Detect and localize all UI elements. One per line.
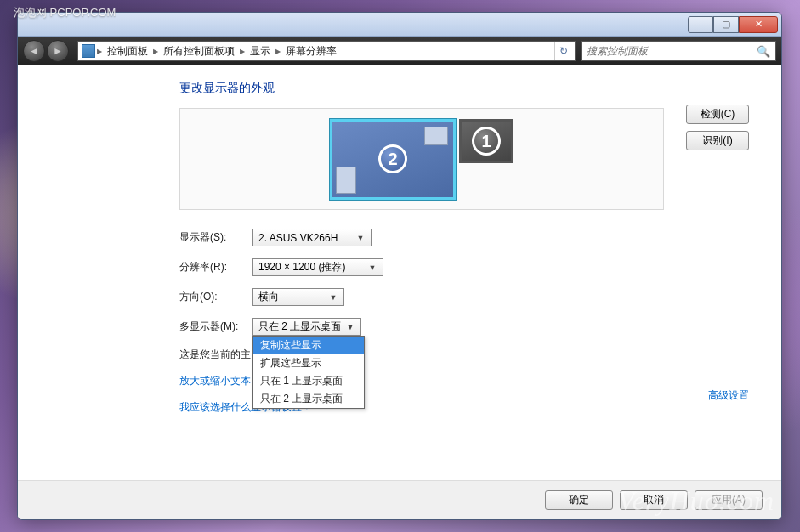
chevron-right-icon: ▶ — [275, 48, 281, 55]
maximize-button[interactable]: ▢ — [713, 16, 739, 33]
resolution-select[interactable]: 1920 × 1200 (推荐) ▼ — [252, 258, 383, 276]
resolution-value: 1920 × 1200 (推荐) — [258, 260, 345, 274]
chevron-down-icon: ▼ — [366, 263, 379, 272]
search-icon[interactable]: 🔍 — [757, 45, 770, 58]
orientation-select[interactable]: 横向 ▼ — [252, 288, 344, 306]
multidisplay-row: 多显示器(M): 只在 2 上显示桌面 ▼ 复制这些显示 扩展这些显示 只在 1… — [179, 318, 749, 336]
resolution-row: 分辨率(R): 1920 × 1200 (推荐) ▼ — [179, 258, 749, 276]
button-bar: 确定 取消 应用(A) — [18, 480, 781, 519]
refresh-button[interactable]: ↻ — [554, 42, 571, 60]
monitors-container: 2 1 — [330, 119, 513, 200]
breadcrumb-control-panel[interactable]: 控制面板 — [104, 44, 151, 59]
window-thumbnail-icon — [424, 127, 448, 145]
ok-button[interactable]: 确定 — [545, 490, 613, 510]
orientation-row: 方向(O): 横向 ▼ — [179, 288, 749, 306]
watermark-top: 泡泡网 PCPOP.COM — [14, 5, 116, 20]
display-row: 显示器(S): 2. ASUS VK266H ▼ — [179, 229, 749, 246]
chevron-right-icon: ▶ — [153, 48, 158, 55]
back-button[interactable]: ◄ — [23, 40, 45, 62]
chevron-right-icon: ▶ — [97, 48, 102, 55]
display-select[interactable]: 2. ASUS VK266H ▼ — [252, 229, 372, 246]
breadcrumb-all-items[interactable]: 所有控制面板项 — [160, 44, 238, 59]
breadcrumb-resolution[interactable]: 屏幕分辨率 — [282, 44, 340, 59]
dropdown-option-only-1[interactable]: 只在 1 上显示桌面 — [253, 372, 364, 390]
content-area: 更改显示器的外观 2 1 检测(C) 识别(I) 显示器(S): — [18, 65, 781, 480]
identify-button[interactable]: 识别(I) — [686, 131, 749, 150]
apply-button[interactable]: 应用(A) — [695, 490, 763, 510]
page-title: 更改显示器的外观 — [179, 81, 749, 96]
advanced-settings-link[interactable]: 高级设置 — [708, 388, 749, 403]
monitor-preview: 2 1 — [179, 108, 664, 210]
multidisplay-value: 只在 2 上显示桌面 — [258, 320, 341, 334]
dropdown-option-duplicate[interactable]: 复制这些显示 — [253, 337, 364, 354]
nav-arrows: ◄ ► — [23, 40, 69, 62]
display-label: 显示器(S): — [179, 230, 252, 245]
resolution-label: 分辨率(R): — [179, 260, 252, 274]
breadcrumb-display[interactable]: 显示 — [247, 44, 274, 59]
forward-button[interactable]: ► — [47, 40, 69, 62]
dropdown-option-only-2[interactable]: 只在 2 上显示桌面 — [253, 390, 364, 408]
display-value: 2. ASUS VK266H — [258, 232, 338, 244]
navbar: ◄ ► ▶ 控制面板 ▶ 所有控制面板项 ▶ 显示 ▶ 屏幕分辨率 ↻ 🔍 — [18, 37, 781, 65]
searchbar[interactable]: 🔍 — [581, 41, 776, 61]
settings-form: 显示器(S): 2. ASUS VK266H ▼ 分辨率(R): 1920 × … — [179, 229, 749, 415]
orientation-label: 方向(O): — [179, 290, 252, 304]
addressbar[interactable]: ▶ 控制面板 ▶ 所有控制面板项 ▶ 显示 ▶ 屏幕分辨率 ↻ — [77, 41, 576, 61]
monitor-number-2: 2 — [378, 144, 407, 173]
control-panel-icon — [82, 44, 95, 58]
monitor-1[interactable]: 1 — [459, 119, 513, 163]
multidisplay-select[interactable]: 只在 2 上显示桌面 ▼ 复制这些显示 扩展这些显示 只在 1 上显示桌面 只在… — [252, 318, 361, 336]
orientation-value: 横向 — [258, 290, 279, 304]
search-input[interactable] — [587, 45, 752, 57]
text-size-link[interactable]: 放大或缩小文本 — [179, 375, 251, 387]
dropdown-option-extend[interactable]: 扩展这些显示 — [253, 354, 364, 372]
minimize-button[interactable]: ─ — [688, 16, 713, 33]
monitor-2[interactable]: 2 — [330, 119, 456, 200]
chevron-down-icon: ▼ — [354, 234, 367, 242]
close-button[interactable]: ✕ — [739, 16, 778, 33]
chevron-down-icon: ▼ — [343, 323, 357, 331]
chevron-right-icon: ▶ — [240, 48, 245, 55]
window-thumbnail-icon — [336, 167, 356, 194]
detect-button[interactable]: 检测(C) — [686, 105, 749, 124]
cancel-button[interactable]: 取消 — [620, 490, 688, 510]
multidisplay-label: 多显示器(M): — [179, 320, 252, 334]
monitor-number-1: 1 — [472, 127, 501, 156]
multidisplay-dropdown: 复制这些显示 扩展这些显示 只在 1 上显示桌面 只在 2 上显示桌面 — [252, 336, 365, 409]
window-buttons: ─ ▢ ✕ — [688, 16, 778, 33]
side-buttons: 检测(C) 识别(I) — [686, 105, 749, 150]
control-panel-window: ─ ▢ ✕ ◄ ► ▶ 控制面板 ▶ 所有控制面板项 ▶ 显示 ▶ 屏幕分辨率 … — [17, 12, 782, 520]
chevron-down-icon: ▼ — [326, 293, 340, 302]
titlebar: ─ ▢ ✕ — [18, 13, 781, 37]
